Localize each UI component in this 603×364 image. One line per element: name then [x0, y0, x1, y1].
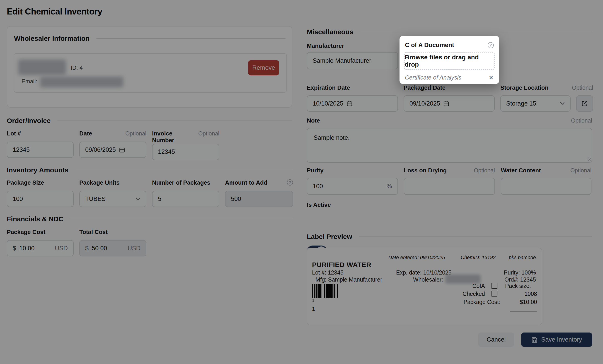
cofa-popup-title: C of A Document [405, 42, 454, 49]
cofa-popup: C of A Document ? Browse files or drag a… [399, 36, 499, 84]
close-icon[interactable]: ✕ [489, 75, 493, 80]
cofa-file-name: Certificate of Analysis [405, 74, 461, 81]
cofa-dropzone[interactable]: Browse files or drag and drop [404, 52, 495, 70]
help-icon[interactable]: ? [488, 42, 494, 48]
dim-overlay[interactable] [0, 0, 603, 364]
